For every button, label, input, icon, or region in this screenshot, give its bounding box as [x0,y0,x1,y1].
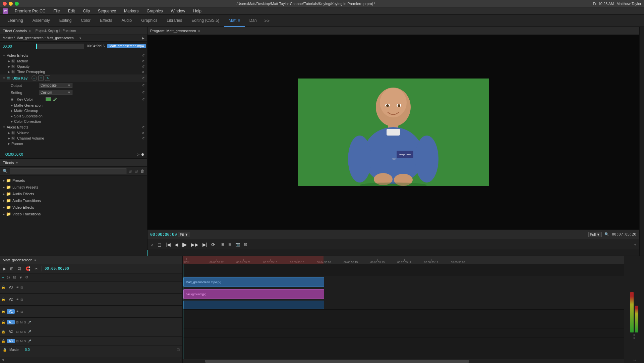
uk-tool-circle[interactable]: ○ [32,75,37,81]
tree-presets[interactable]: 📁 Presets [0,177,147,184]
video-effects-reset-icon[interactable]: ↺ [142,54,144,57]
v3-mute-icon[interactable]: ⊡ [20,286,23,289]
a2-sync-icon[interactable]: ⊡ [16,330,19,333]
add-track-icon[interactable]: + [634,243,636,247]
tab-editing[interactable]: Editing [55,15,76,27]
minimize-button[interactable] [9,2,13,6]
v2-eye-icon[interactable]: 👁 [16,298,19,301]
workspace-more-button[interactable]: >> [261,18,272,23]
program-monitor-scrubber[interactable] [148,250,639,256]
a3-name[interactable]: A3 [7,339,15,343]
a1-track-clip-row[interactable]: // We'll use inline SVG rects for wavefo… [183,300,624,310]
menu-graphics[interactable]: Graphics [145,8,164,14]
v1-track-clip-row[interactable]: background.jpg [183,288,624,300]
tab-assembly[interactable]: Assembly [28,15,55,27]
clip-dropdown[interactable]: Matt_greenscreen * Matt_greenscreen.... [16,36,77,40]
quality-dropdown[interactable]: Full ▼ [588,232,602,237]
tl-link-icon[interactable]: ⛓ [16,266,22,272]
tl-play-icon[interactable]: ▶ [2,266,7,272]
matte-generation-item[interactable]: Matte Generation [0,103,147,108]
video-effects-group[interactable]: Video Effects ↺ [0,52,147,58]
effect-controls-menu-icon[interactable]: ≡ [29,29,31,33]
timeline-timecode[interactable]: 00:00:00:00 [45,266,69,271]
a1-name[interactable]: A1 [7,320,15,324]
insert-icon[interactable]: ⊞ [221,242,224,247]
effects-new-bin-icon[interactable]: ⊞ [128,168,132,174]
v1-lock-icon[interactable]: 🔒 [1,310,5,313]
a3-mute-label[interactable]: M [20,340,23,343]
a1-sync-icon[interactable]: ⊡ [16,321,19,324]
step-back-icon[interactable]: ◀ [174,241,179,248]
a2-mute-label[interactable]: M [20,330,23,333]
tl-bottom-settings-icon[interactable]: ⚙ [1,358,4,362]
tree-audio-transitions[interactable]: 📁 Audio Transitions [0,197,147,204]
ultra-key-header[interactable]: fx Ultra Key ○ □ ✎ ↺ [0,74,147,82]
uk-tool-pen[interactable]: ✎ [45,75,50,81]
ultra-key-reset-icon[interactable]: ↺ [142,76,144,80]
a1-solo-label[interactable]: S [24,321,26,324]
effect-panner[interactable]: Panner [0,141,147,146]
uk-setting-dropdown[interactable]: Custom ▼ [39,90,72,95]
uk-key-color-stopwatch-icon[interactable]: ◉ [11,98,13,101]
a2-track-clip-row[interactable] [183,310,624,319]
v2-lock-icon[interactable]: 🔒 [1,298,5,301]
a3-track-clip-row[interactable] [183,319,624,328]
v1-eye-icon[interactable]: 👁 [16,310,19,313]
color-correction-item[interactable]: Color Correction [0,119,147,124]
a1-mic-icon[interactable]: 🎤 [27,321,31,324]
maximize-button[interactable] [15,2,19,6]
opacity-reset-icon[interactable]: ↺ [142,65,144,68]
export-frame-icon[interactable]: 📷 [235,242,240,247]
dropdown-arrow-icon[interactable]: ▼ [79,37,82,40]
a1-clip[interactable]: // We'll use inline SVG rects for wavefo… [183,301,324,309]
menu-app-name[interactable]: Premiere Pro CC [13,8,47,14]
tab-learning[interactable]: Learning [3,15,28,27]
menu-window[interactable]: Window [169,8,186,14]
uk-output-dropdown[interactable]: Composite ▼ [39,83,72,88]
tree-lumetri-presets[interactable]: 📁 Lumetri Presets [0,184,147,191]
effect-motion[interactable]: fx Motion ↺ [0,58,147,64]
v1-mute-icon[interactable]: ⊡ [20,310,23,313]
v3-lock-icon[interactable]: 🔒 [1,286,5,289]
matte-cleanup-item[interactable]: Matte Cleanup [0,108,147,113]
close-button[interactable] [3,2,7,6]
tab-graphics[interactable]: Graphics [136,15,162,27]
tl-bottom-add-icon[interactable]: + [179,358,181,362]
tl-razor-icon[interactable]: ✂ [34,266,39,272]
v2-clip[interactable]: Matt_greenscreen.mp4 [V] [183,277,324,287]
timeline-scrollbar[interactable] [183,359,624,363]
tab-dan[interactable]: Dan [245,15,261,27]
menu-sequence[interactable]: Sequence [97,8,117,14]
tab-matt[interactable]: Matt ≡ [224,15,245,27]
mark-in-icon[interactable]: ⬦ [150,241,154,248]
effect-volume[interactable]: fx Volume ↺ [0,130,147,136]
audio-effects-group[interactable]: Audio Effects ↺ [0,124,147,130]
channel-volume-reset-icon[interactable]: ↺ [142,137,144,140]
audio-effects-reset-icon[interactable]: ↺ [142,125,144,129]
tab-effects[interactable]: Effects [95,15,117,27]
motion-reset-icon[interactable]: ↺ [142,59,144,63]
menu-file[interactable]: File [52,8,61,14]
tl-link2-icon[interactable]: ⛓ [7,275,10,279]
effect-channel-volume[interactable]: fx Channel Volume ↺ [0,136,147,141]
effect-opacity[interactable]: fx Opacity ↺ [0,64,147,69]
step-forward-icon[interactable]: ▶▶ [190,241,199,248]
ec-play-icon[interactable]: ▷ [137,152,139,157]
v3-eye-icon[interactable]: 👁 [16,286,19,289]
tab-libraries[interactable]: Libraries [162,15,187,27]
tab-audio[interactable]: Audio [117,15,137,27]
program-timecode[interactable]: 00:00:00:00 [150,232,177,237]
go-to-in-icon[interactable]: |◀ [165,241,171,248]
a2-lock-icon[interactable]: 🔒 [1,330,5,333]
tl-snap-icon[interactable]: ⊡ [13,275,16,279]
ec-nav-icon[interactable]: ▶ [142,36,144,40]
tl-settings-icon[interactable]: ⚙ [25,275,28,279]
scrollbar-thumb[interactable] [205,360,470,363]
master-lock-icon[interactable]: 🔒 [3,348,7,352]
tl-magnet-icon[interactable]: 🧲 [24,266,32,272]
a1-mute-label[interactable]: M [20,321,23,324]
master-collapse-icon[interactable]: ⊡ [177,348,180,352]
v1-clip[interactable]: background.jpg [183,289,324,299]
effects-delete-icon[interactable]: 🗑 [140,168,145,174]
tl-tools-icon[interactable]: ⊞ [9,266,14,272]
